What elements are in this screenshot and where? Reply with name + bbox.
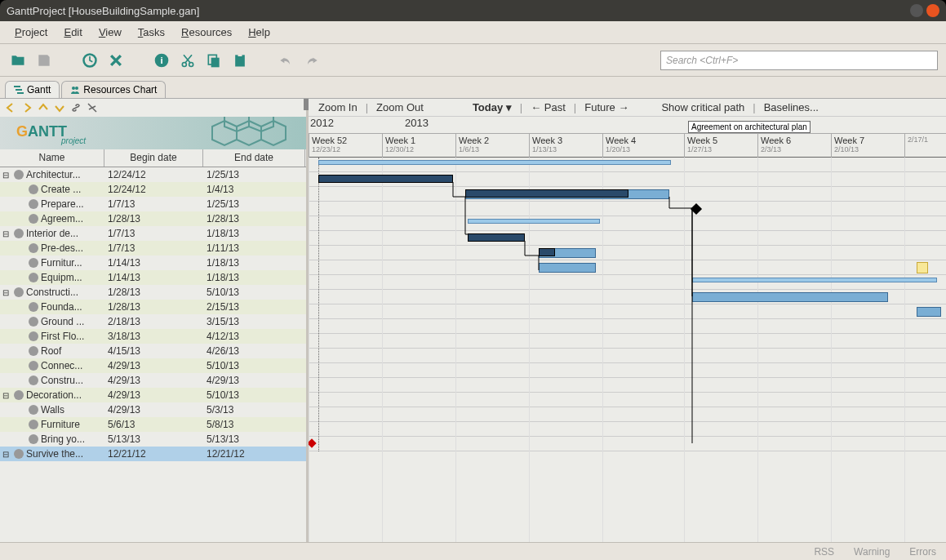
task-row[interactable]: ⊟Architectur...12/24/121/25/13 [0, 167, 306, 182]
task-row[interactable]: Bring yo...5/13/135/13/13 [0, 432, 306, 447]
task-name: Interior de... [26, 228, 78, 239]
future-button[interactable]: Future → [580, 101, 633, 113]
statusbar: RSS Warning Errors [0, 542, 946, 560]
task-name: Founda... [41, 301, 82, 313]
task-row[interactable]: Founda...1/28/132/15/13 [0, 300, 306, 314]
tab-gantt[interactable]: Gantt [5, 81, 60, 98]
paste-button[interactable] [230, 51, 250, 70]
task-row[interactable]: Furniture5/6/135/8/13 [0, 417, 306, 432]
status-warning[interactable]: Warning [854, 546, 890, 558]
menu-project[interactable]: Project [8, 23, 54, 42]
gantt-bar[interactable] [692, 278, 937, 282]
expand-icon[interactable]: ⊟ [0, 391, 11, 400]
nav-forward-icon[interactable] [21, 102, 33, 113]
today-button[interactable]: Today ▾ [468, 101, 517, 113]
past-button[interactable]: ← Past [526, 101, 571, 113]
close-button[interactable] [926, 4, 939, 17]
tab-resources[interactable]: Resources Chart [61, 81, 166, 98]
task-row[interactable]: Constru...4/29/134/29/13 [0, 373, 306, 388]
svg-rect-11 [17, 92, 24, 94]
task-name: Walls [41, 404, 64, 416]
task-row[interactable]: Create ...12/24/121/4/13 [0, 182, 306, 197]
menubar: Project Edit View Tasks Resources Help [0, 21, 946, 44]
unlink-icon[interactable] [87, 102, 98, 113]
task-row[interactable]: Agreem...1/28/131/28/13 [0, 211, 306, 226]
task-row[interactable]: Pre-des...1/7/131/11/13 [0, 241, 306, 256]
baselines-button[interactable]: Baselines... [759, 101, 824, 113]
note-icon[interactable] [917, 262, 928, 273]
svg-point-12 [72, 87, 75, 90]
cut-button[interactable] [178, 51, 198, 70]
critical-path-button[interactable]: Show critical path [656, 101, 749, 113]
task-row[interactable]: ⊟Decoration...4/29/135/10/13 [0, 388, 306, 402]
task-name: Constructi... [26, 287, 78, 298]
gantt-bar[interactable] [539, 263, 596, 273]
logo: GANTT project [0, 117, 306, 149]
gantt-bar[interactable] [465, 189, 628, 198]
open-button[interactable] [8, 51, 28, 70]
gantt-bar[interactable] [318, 160, 671, 165]
status-errors[interactable]: Errors [909, 546, 936, 558]
copy-button[interactable] [204, 51, 224, 70]
zoom-in-button[interactable]: Zoom In [313, 101, 362, 113]
task-name: Prepare... [41, 198, 84, 210]
task-name: Decoration... [26, 389, 82, 401]
task-row[interactable]: Prepare...1/7/131/25/13 [0, 197, 306, 211]
expand-icon[interactable]: ⊟ [0, 450, 11, 459]
task-name: Constru... [41, 375, 83, 386]
link-icon[interactable] [70, 102, 82, 113]
task-row[interactable]: First Flo...3/18/134/12/13 [0, 329, 306, 344]
menu-view[interactable]: View [92, 23, 128, 42]
task-tree[interactable]: ⊟Architectur...12/24/121/25/13Create ...… [0, 167, 306, 542]
gantt-bar[interactable] [318, 175, 453, 183]
gantt-bar[interactable] [692, 292, 888, 302]
task-row[interactable]: Ground ...2/18/133/15/13 [0, 314, 306, 329]
task-name: Furnitur... [41, 257, 82, 269]
task-row[interactable]: Equipm...1/14/131/18/13 [0, 270, 306, 285]
gantt-bar[interactable] [468, 233, 525, 242]
task-row[interactable]: ⊟Survive the...12/21/1212/21/12 [0, 447, 306, 461]
minimize-button[interactable] [910, 4, 923, 17]
task-row[interactable]: Connec...4/29/135/10/13 [0, 358, 306, 373]
gantt-bar[interactable] [917, 307, 941, 317]
expand-icon[interactable]: ⊟ [0, 288, 11, 297]
task-row[interactable]: ⊟Interior de...1/7/131/18/13 [0, 226, 306, 241]
refresh-button[interactable] [80, 51, 100, 70]
gantt-chart[interactable] [309, 158, 946, 542]
menu-edit[interactable]: Edit [57, 23, 88, 42]
titlebar: GanttProject [HouseBuildingSample.gan] [0, 0, 946, 21]
task-row[interactable]: Roof4/15/134/26/13 [0, 344, 306, 358]
window-title: GanttProject [HouseBuildingSample.gan] [7, 5, 910, 17]
gantt-bar[interactable] [468, 219, 600, 224]
gantt-bar[interactable] [539, 248, 555, 256]
save-button[interactable] [34, 51, 54, 70]
nav-down-icon[interactable] [54, 102, 65, 113]
task-name: Agreem... [41, 213, 83, 224]
search-input[interactable]: Search <Ctrl+F> [660, 51, 938, 70]
task-name: Equipm... [41, 272, 82, 283]
menu-resources[interactable]: Resources [175, 23, 238, 42]
task-row[interactable]: Walls4/29/135/3/13 [0, 402, 306, 417]
nav-up-icon[interactable] [38, 102, 49, 113]
zoom-out-button[interactable]: Zoom Out [371, 101, 429, 113]
expand-icon[interactable]: ⊟ [0, 171, 11, 180]
delete-button[interactable] [106, 51, 126, 70]
task-row[interactable]: Furnitur...1/14/131/18/13 [0, 256, 306, 270]
collapse-handle[interactable] [304, 99, 309, 110]
task-name: Survive the... [26, 448, 83, 460]
col-begin[interactable]: Begin date [104, 149, 203, 167]
task-row[interactable]: ⊟Constructi...1/28/135/10/13 [0, 285, 306, 300]
task-name: Architectur... [26, 169, 81, 180]
menu-tasks[interactable]: Tasks [131, 23, 171, 42]
undo-button[interactable] [276, 51, 295, 70]
status-rss[interactable]: RSS [814, 546, 834, 558]
timeline-header[interactable]: 20122013 Agreement on architectural plan… [309, 117, 946, 158]
expand-icon[interactable]: ⊟ [0, 229, 11, 238]
col-name[interactable]: Name [0, 149, 104, 167]
redo-button[interactable] [302, 51, 322, 70]
col-end[interactable]: End date [203, 149, 305, 167]
info-button[interactable]: i [152, 51, 171, 70]
gantt-chart-pane: Zoom In | Zoom Out Today ▾ | ← Past | Fu… [309, 99, 946, 542]
nav-back-icon[interactable] [5, 102, 16, 113]
menu-help[interactable]: Help [242, 23, 277, 42]
